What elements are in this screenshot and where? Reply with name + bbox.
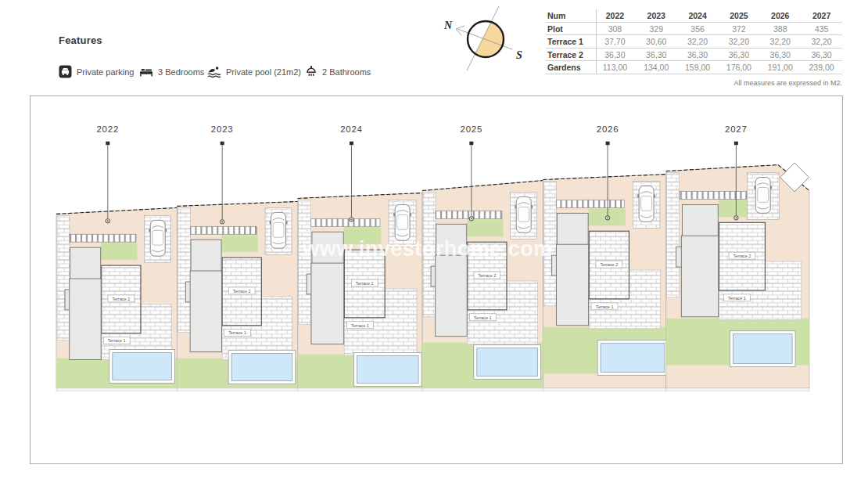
feature-private-parking: Private parking	[59, 65, 134, 78]
terrace-1-label: Terrace 1	[596, 304, 614, 309]
table-cell: 176,00	[718, 63, 759, 72]
table-divider	[596, 9, 597, 74]
table-cell: 36,30	[718, 50, 759, 59]
table-cell: 159,00	[677, 63, 719, 72]
leader-tick	[106, 142, 109, 145]
table-cell: 36,30	[636, 50, 677, 59]
plot-bottom-strip	[543, 388, 665, 391]
compass-north-label: N	[443, 20, 453, 31]
house	[312, 232, 343, 264]
terrace-2-label: Terrace 2	[233, 289, 251, 294]
terrace-2-label: Terrace 2	[112, 297, 130, 301]
pool	[601, 344, 665, 373]
leader-tick	[221, 142, 224, 145]
compass-rose: N S	[435, 5, 536, 89]
table-cell: 36,30	[759, 50, 801, 59]
side-path	[543, 182, 556, 306]
table-cell: 113,00	[594, 63, 636, 72]
feature-private-pool: Private pool (21m2)	[207, 65, 301, 78]
compass-south-label: S	[516, 49, 522, 61]
feature-label: Private parking	[77, 67, 134, 77]
table-cell: 36,30	[801, 50, 842, 59]
lawn-patch	[467, 219, 503, 236]
plot-2023: Terrace 2Terrace 12023	[177, 124, 297, 391]
house	[311, 263, 344, 344]
pool	[231, 354, 292, 381]
site-plan-frame: Terrace 2Terrace 12022Terrace 2Terrace 1…	[30, 95, 843, 464]
features-title: Features	[59, 34, 426, 46]
table-cell: 2024	[677, 11, 719, 20]
table-cell: 37,70	[594, 37, 636, 46]
plot-bottom-strip	[56, 388, 177, 391]
terrace-2-label: Terrace 2	[478, 273, 496, 278]
house	[682, 204, 718, 236]
site-plan: Terrace 2Terrace 12022Terrace 2Terrace 1…	[30, 96, 842, 463]
plot-2022: Terrace 2Terrace 12022	[56, 124, 177, 391]
feature-bedrooms: 3 Bedrooms	[139, 65, 204, 78]
car-icon	[637, 186, 655, 222]
table-cell: 356	[677, 24, 719, 34]
side-path	[178, 207, 190, 332]
table-row: Plot 308 329 356 372 388 435	[546, 23, 842, 36]
side-path	[299, 200, 311, 324]
lawn-patch	[222, 235, 258, 252]
terrace-1-label: Terrace 1	[351, 323, 369, 328]
areas-table: Num 2022 2023 2024 2025 2026 2027 Plot 3…	[546, 9, 842, 74]
house	[556, 244, 588, 326]
leader-tick	[606, 142, 610, 145]
table-cell: 32,20	[801, 37, 842, 46]
table-cell: 2026	[759, 11, 801, 20]
side-path	[423, 192, 436, 316]
plot-2026: Terrace 2Terrace 12026	[543, 124, 667, 391]
north-arrow	[456, 26, 464, 35]
parking-icon	[59, 65, 72, 78]
table-header-row: Num 2022 2023 2024 2025 2026 2027	[546, 9, 842, 23]
pergola-slats	[70, 234, 136, 242]
table-cell: 32,20	[759, 37, 801, 46]
plot-number-label: 2025	[460, 124, 482, 134]
features-section: Features Private parking 3 Bedrooms Priv…	[59, 34, 426, 84]
pool	[733, 334, 792, 364]
pergola-slats	[190, 226, 256, 234]
side-path	[667, 173, 680, 297]
plot-2027: Terrace 2Terrace 12027	[666, 124, 809, 391]
house	[191, 240, 221, 272]
plot-number-label: 2023	[211, 124, 234, 134]
house	[70, 247, 101, 279]
house	[190, 271, 221, 352]
table-row: Gardens 113,00 134,00 159,00 176,00 191,…	[546, 61, 842, 74]
terrace-1-label: Terrace 1	[228, 331, 246, 336]
feature-label: 3 Bedrooms	[158, 67, 204, 77]
table-row: Terrace 1 37,70 30,60 32,20 32,20 32,20 …	[546, 35, 842, 49]
plot-2025: Terrace 2Terrace 12025	[422, 124, 543, 391]
features-list: Private parking 3 Bedrooms Private pool …	[59, 65, 426, 84]
terrace-2-label: Terrace 2	[356, 281, 374, 286]
house	[681, 236, 718, 317]
plot-number-label: 2027	[725, 124, 748, 134]
terrace-1-label: Terrace 1	[728, 296, 746, 301]
plot-bottom-strip	[298, 388, 422, 391]
plot-number-label: 2022	[96, 124, 119, 134]
table-cell: 2022	[594, 11, 636, 20]
car-icon	[393, 204, 411, 240]
plot-bottom-strip	[666, 388, 809, 391]
terrace-1-label: Terrace 1	[108, 338, 126, 343]
feature-label: Private pool (21m2)	[226, 67, 301, 77]
pool-icon	[207, 65, 221, 78]
terrace-2-label: Terrace 2	[600, 262, 618, 267]
table-cell: 2027	[801, 11, 842, 20]
table-row-label: Gardens	[546, 63, 594, 72]
table-row-label: Terrace 2	[546, 50, 594, 59]
side-path	[57, 215, 70, 340]
house	[70, 279, 101, 360]
car-icon	[149, 220, 167, 256]
pergola-slats	[556, 200, 624, 207]
table-row-label: Terrace 1	[546, 37, 594, 46]
leader-tick	[734, 142, 738, 145]
table-cell: 308	[594, 24, 636, 34]
plot-number-label: 2024	[340, 124, 363, 134]
house	[557, 213, 588, 245]
car-icon	[515, 196, 533, 232]
car-icon	[270, 212, 288, 248]
table-cell: 372	[718, 24, 759, 34]
